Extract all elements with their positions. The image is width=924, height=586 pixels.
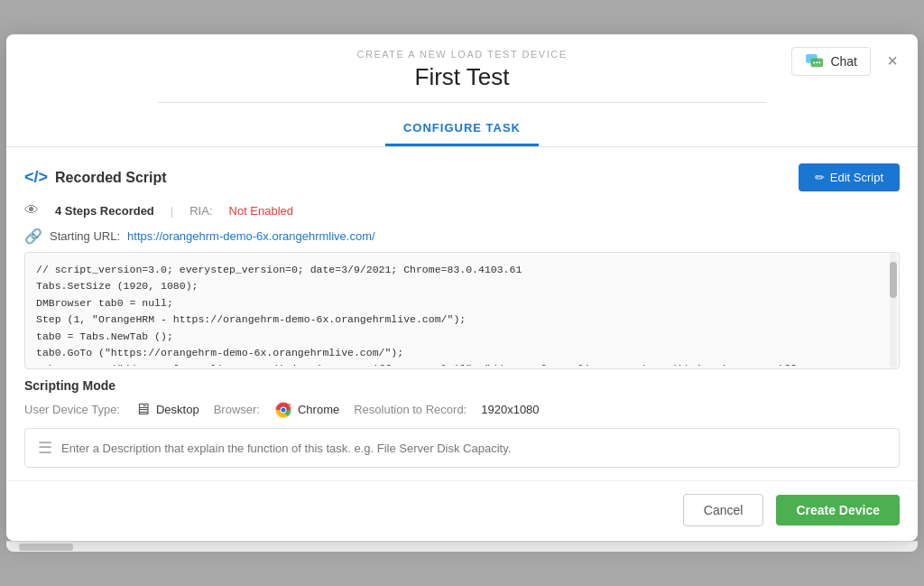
modal-subtitle: CREATE A NEW LOAD TEST DEVICE (28, 49, 896, 60)
browser-name: Chrome (298, 403, 339, 416)
description-row: ☰ (24, 428, 900, 468)
modal-title: First Test (28, 63, 896, 91)
chat-button[interactable]: Chat (791, 47, 871, 76)
steps-count: 4 Steps Recorded (55, 204, 154, 218)
modal: CREATE A NEW LOAD TEST DEVICE First Test… (6, 34, 918, 541)
tab-bar: CONFIGURE TASK (6, 112, 918, 147)
bottom-scrollbar[interactable] (6, 541, 918, 552)
pencil-icon: ✏ (815, 171, 825, 184)
chat-label: Chat (830, 54, 857, 69)
tab-configure-task[interactable]: CONFIGURE TASK (385, 112, 539, 146)
device-type-text: Desktop (156, 403, 199, 416)
description-input[interactable] (61, 442, 886, 455)
modal-divider (158, 102, 765, 103)
starting-url-label: Starting URL: (50, 229, 120, 243)
url-row: 🔗 Starting URL: https://orangehrm-demo-6… (24, 228, 900, 245)
resolution-label: Resolution to Record: (354, 403, 467, 416)
svg-point-2 (813, 61, 815, 63)
svg-point-3 (817, 61, 818, 63)
code-scrollbar-thumb (890, 262, 897, 298)
modal-overlay: CREATE A NEW LOAD TEST DEVICE First Test… (0, 0, 924, 586)
ria-label: RIA: (189, 204, 212, 218)
edit-script-label: Edit Script (830, 171, 883, 184)
link-icon: 🔗 (24, 228, 42, 245)
monitor-icon: 🖥 (134, 400, 151, 419)
device-type-value: 🖥 Desktop (134, 400, 199, 419)
code-scrollbar[interactable] (890, 253, 897, 368)
device-row: User Device Type: 🖥 Desktop Browser: (24, 400, 900, 419)
code-line: // script_version=3.0; everystep_version… (36, 262, 830, 278)
starting-url-link[interactable]: https://orangehrm-demo-6x.orangehrmlive.… (127, 229, 375, 243)
browser-label: Browser: (214, 403, 260, 416)
section-title: </> Recorded Script (24, 168, 167, 187)
bottom-scrollbar-thumb (19, 544, 73, 551)
cancel-button[interactable]: Cancel (683, 494, 764, 526)
eye-icon: 👁 (24, 202, 39, 219)
create-device-button[interactable]: Create Device (776, 495, 900, 526)
svg-point-10 (281, 407, 285, 412)
code-icon: </> (24, 168, 48, 187)
scripting-mode-title: Scripting Mode (24, 378, 900, 393)
modal-footer: Cancel Create Device (6, 480, 918, 541)
close-icon: × (887, 51, 898, 70)
code-line: tab0.GoTo ("https://orangehrm-demo-6x.or… (36, 345, 830, 361)
chrome-icon (274, 401, 292, 419)
section-header: </> Recorded Script ✏ Edit Script (24, 163, 900, 191)
recorded-script-title: Recorded Script (55, 170, 167, 186)
code-line: tab0.Button ("//BUTTON[normalize-space()… (36, 361, 830, 366)
code-line: Step (1, "OrangeHRM - https://orangehrm-… (36, 312, 830, 328)
device-type-label: User Device Type: (24, 403, 120, 416)
chat-icon (805, 53, 825, 70)
svg-point-4 (819, 61, 821, 63)
code-line: Tabs.SetSize (1920, 1080); (36, 278, 830, 294)
browser-value: Chrome (274, 401, 339, 419)
code-block: // script_version=3.0; everystep_version… (24, 252, 900, 369)
code-line: tab0 = Tabs.NewTab (); (36, 329, 830, 345)
resolution-value: 1920x1080 (481, 403, 539, 416)
ria-value: Not Enabled (229, 204, 294, 218)
scripting-mode-section: Scripting Mode User Device Type: 🖥 Deskt… (24, 378, 900, 419)
modal-header: CREATE A NEW LOAD TEST DEVICE First Test… (6, 34, 918, 103)
modal-body: </> Recorded Script ✏ Edit Script 👁 4 St… (6, 147, 918, 480)
code-block-inner: // script_version=3.0; everystep_version… (36, 262, 888, 366)
code-line: DMBrowser tab0 = null; (36, 295, 830, 312)
info-row: 👁 4 Steps Recorded | RIA: Not Enabled (24, 202, 900, 219)
menu-icon: ☰ (38, 438, 52, 458)
close-button[interactable]: × (880, 47, 905, 75)
edit-script-button[interactable]: ✏ Edit Script (799, 163, 900, 191)
